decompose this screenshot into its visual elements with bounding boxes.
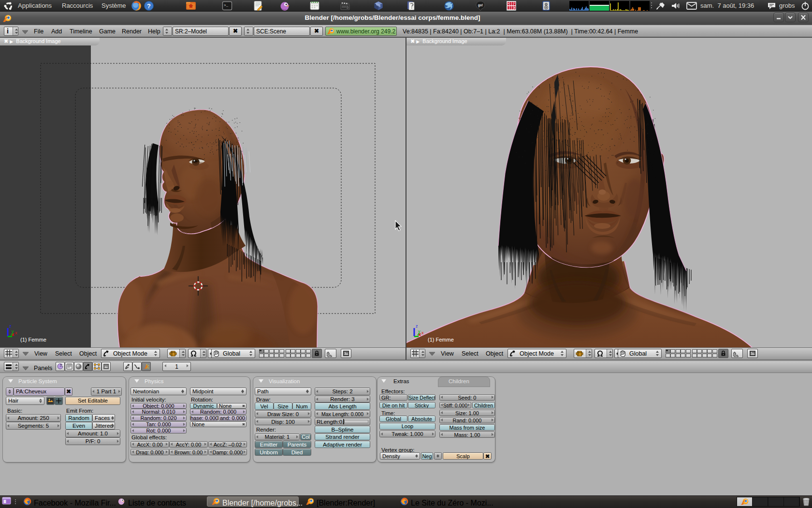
- svg-text:x: x: [15, 330, 17, 335]
- svg-text:?: ?: [147, 2, 151, 10]
- svg-text:z: z: [9, 324, 12, 329]
- svg-text:go!: go!: [478, 3, 483, 7]
- svg-text:y: y: [418, 329, 420, 334]
- svg-text:y: y: [12, 329, 14, 334]
- svg-text:>_: >_: [224, 3, 229, 7]
- svg-text:z: z: [416, 324, 418, 329]
- svg-text:x: x: [421, 330, 424, 335]
